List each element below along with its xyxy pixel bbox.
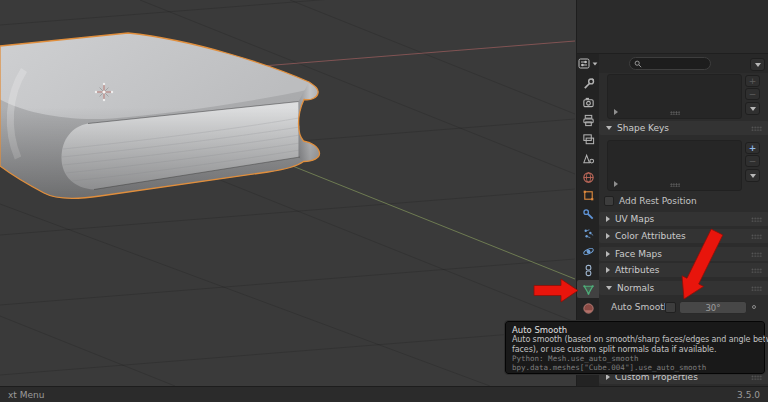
filter-expand-icon[interactable] [614, 109, 618, 115]
caret-right-icon [606, 216, 610, 222]
add-rest-position-label: Add Rest Position [619, 196, 697, 206]
chevron-down-icon [750, 174, 756, 178]
grip-icon [751, 286, 762, 291]
list-grip-icon[interactable] [670, 183, 680, 187]
tab-object-data[interactable] [577, 280, 599, 298]
tab-render[interactable] [577, 93, 599, 111]
auto-smooth-label: Auto Smooth [611, 302, 669, 312]
blender-window: + − Shape Keys + − Add Rest Positio [0, 0, 768, 402]
shape-key-add-button[interactable]: + [745, 142, 760, 154]
caret-down-icon [606, 126, 612, 130]
tooltip-python-line1: Python: Mesh.use_auto_smooth [512, 354, 758, 363]
editor-type-selector-icon [578, 58, 592, 69]
search-icon [634, 60, 642, 68]
viewport-3d[interactable] [0, 0, 576, 386]
book-object[interactable] [0, 33, 320, 198]
tooltip-body-line2: faces), or use custom split normals data… [512, 345, 758, 355]
status-left-text: xt Menu [8, 390, 44, 400]
tooltip-python-line2: bpy.data.meshes["Cube.004"].use_auto_smo… [512, 363, 758, 372]
panel-options-button[interactable] [750, 58, 765, 71]
tab-particles[interactable] [577, 224, 599, 242]
caret-right-icon [606, 251, 610, 257]
constraints-icon [582, 264, 595, 277]
tab-tool[interactable] [577, 74, 599, 92]
auto-smooth-tooltip: Auto Smooth Auto smooth (based on smooth… [505, 321, 765, 374]
caret-down-icon [606, 286, 612, 290]
auto-smooth-checkbox[interactable] [665, 302, 676, 313]
chevron-down-icon [593, 62, 598, 65]
auto-smooth-angle-field[interactable]: 30° [679, 301, 747, 314]
tab-output[interactable] [577, 111, 599, 129]
status-bar: xt Menu 3.5.0 [0, 386, 768, 402]
tool-icon [582, 77, 595, 90]
search-input[interactable] [629, 57, 711, 70]
grip-icon [751, 268, 762, 273]
list-specials-button[interactable] [745, 102, 760, 115]
tab-material[interactable] [577, 299, 599, 317]
object-icon [582, 189, 595, 202]
world-icon [582, 171, 595, 184]
chevron-down-icon [755, 63, 761, 67]
animate-decorator-icon[interactable] [752, 305, 756, 309]
material-icon [582, 302, 595, 315]
particles-icon [582, 227, 595, 240]
scene-icon [582, 152, 595, 165]
grip-icon [751, 252, 762, 257]
grip-icon [751, 126, 762, 131]
outliner-area[interactable] [576, 0, 768, 54]
section-color-attributes[interactable]: Color Attributes [599, 229, 768, 243]
shape-key-specials-button[interactable] [745, 169, 760, 182]
tab-world[interactable] [577, 168, 599, 186]
caret-right-icon [606, 374, 610, 380]
chevron-down-icon [750, 107, 756, 111]
render-icon [582, 96, 595, 109]
shape-key-remove-button[interactable]: − [745, 155, 760, 167]
caret-right-icon [606, 233, 610, 239]
grip-icon [751, 217, 762, 222]
tab-modifiers[interactable] [577, 205, 599, 223]
section-shape-keys[interactable]: Shape Keys [599, 121, 768, 135]
filter-expand-icon[interactable] [614, 181, 618, 187]
tab-object[interactable] [577, 186, 599, 204]
caret-right-icon [606, 267, 610, 273]
modifiers-icon [582, 208, 595, 221]
vertex-groups-list[interactable] [607, 74, 742, 119]
tab-physics[interactable] [577, 242, 599, 260]
editor-type-selector[interactable] [578, 56, 599, 71]
list-grip-icon[interactable] [670, 111, 680, 115]
tab-view-layer[interactable] [577, 130, 599, 148]
section-normals[interactable]: Normals [599, 281, 768, 295]
section-face-maps[interactable]: Face Maps [599, 247, 768, 261]
tab-constraints[interactable] [577, 261, 599, 279]
grip-icon [751, 234, 762, 239]
list-add-button[interactable]: + [745, 75, 760, 87]
version-label: 3.5.0 [737, 390, 760, 400]
tab-scene[interactable] [577, 149, 599, 167]
shape-keys-list[interactable] [607, 140, 742, 191]
physics-icon [582, 245, 595, 258]
grip-icon [751, 375, 762, 380]
output-icon [582, 114, 595, 127]
object-data-icon [582, 283, 595, 296]
view-layer-icon [582, 133, 595, 146]
section-uv-maps[interactable]: UV Maps [599, 212, 768, 226]
tooltip-title: Auto Smooth [512, 325, 758, 335]
add-rest-position-checkbox[interactable] [604, 196, 614, 206]
tooltip-body-line1: Auto smooth (based on smooth/sharp faces… [512, 335, 758, 345]
list-remove-button[interactable]: − [745, 88, 760, 100]
section-attributes[interactable]: Attributes [599, 263, 768, 277]
